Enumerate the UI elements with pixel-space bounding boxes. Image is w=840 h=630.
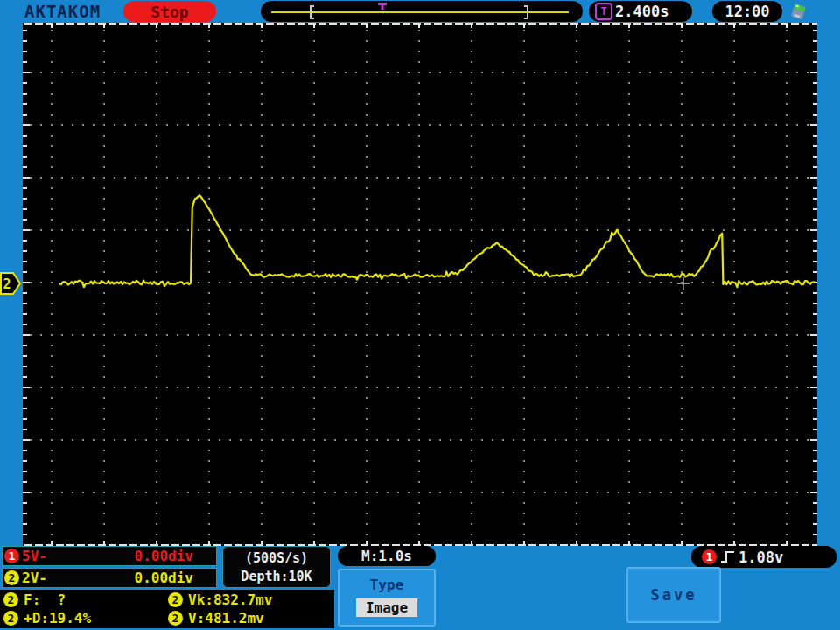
run-stop-indicator[interactable]: Stop	[123, 1, 216, 22]
trigger-channel-badge: 1	[702, 550, 717, 564]
save-button-label: Save	[651, 586, 697, 604]
brand-logo: AKTAKOM	[24, 2, 101, 21]
usb-device-icon	[787, 2, 811, 22]
run-stop-label: Stop	[150, 3, 188, 21]
svg-text:2: 2	[3, 276, 10, 292]
measurement-channel-badge: 2	[4, 592, 18, 607]
cursor-cross-icon	[677, 277, 690, 290]
channel-1-status: 1 5V- 0.00div	[2, 546, 217, 566]
trigger-time-value: 2.400s	[615, 3, 668, 20]
sample-rate: (500S/s)	[223, 550, 330, 566]
measurement-value: +D:19.4%	[24, 610, 91, 626]
trigger-position-t-icon	[378, 3, 387, 10]
clock: 12:00	[712, 1, 782, 22]
measurement-frequency: 2 F: ?	[4, 592, 168, 608]
measurement-vk: 2 Vk:832.7mv	[168, 592, 334, 608]
measurement-value: Vk:832.7mv	[188, 592, 272, 608]
measurement-channel-badge: 2	[4, 611, 18, 626]
graticule-and-trace	[23, 23, 817, 546]
measurement-channel-badge: 2	[168, 592, 183, 607]
save-button[interactable]: Save	[626, 567, 721, 623]
trigger-t-icon: T	[595, 3, 612, 20]
waveform-trace	[60, 195, 816, 287]
timebase-readout: M:1.0s	[338, 546, 436, 566]
measurement-value: V:481.2mv	[188, 610, 264, 626]
menu-option-image[interactable]: Image	[356, 598, 417, 617]
trigger-time-readout: T 2.400s	[589, 1, 692, 22]
trigger-level-readout: 1 1.08v	[691, 546, 836, 568]
measurement-duty: 2 +D:19.4%	[4, 610, 168, 626]
rising-edge-icon	[720, 550, 735, 564]
measurement-voltage: 2 V:481.2mv	[168, 610, 334, 626]
channel-2-scale: 2V-	[22, 570, 47, 586]
horizontal-position-graphic	[261, 1, 583, 22]
timebase-value: M:1.0s	[361, 548, 412, 564]
measurement-panel: 2 F: ? 2 Vk:832.7mv 2 +D:19.4% 2 V:481.2…	[0, 590, 334, 628]
channel-1-badge: 1	[4, 549, 19, 564]
clock-value: 12:00	[724, 3, 769, 20]
type-menu: Type Image	[338, 569, 436, 626]
graticule-dots	[30, 30, 808, 546]
acquisition-status: (500S/s) Depth:10K	[222, 546, 331, 588]
menu-title: Type	[340, 577, 434, 593]
trigger-level-value: 1.08v	[738, 549, 783, 566]
channel-2-marker-icon: 2	[0, 272, 21, 295]
channel-2-badge: 2	[4, 570, 19, 585]
channel-2-status: 2 2V- 0.00div	[2, 568, 217, 588]
waveform-display	[23, 23, 817, 546]
channel-1-offset: 0.00div	[135, 548, 193, 564]
measurement-value: F: ?	[24, 592, 66, 608]
memory-depth: Depth:10K	[223, 569, 330, 584]
horizontal-position-bar	[261, 1, 583, 22]
measurement-channel-badge: 2	[168, 611, 183, 626]
channel-1-scale: 5V-	[22, 548, 47, 564]
channel-2-offset: 0.00div	[135, 570, 193, 586]
